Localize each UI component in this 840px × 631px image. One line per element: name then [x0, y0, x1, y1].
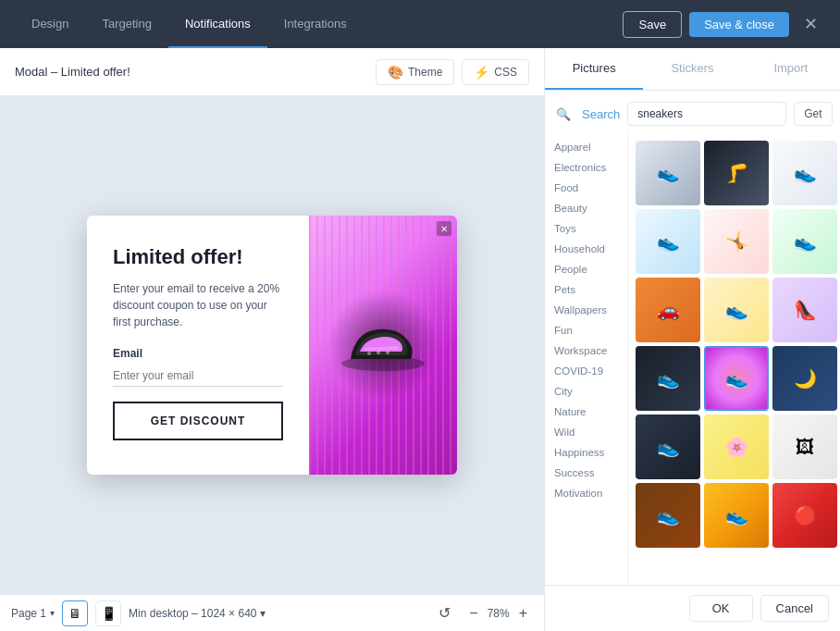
category-city[interactable]: City — [545, 381, 627, 402]
category-motivation[interactable]: Motivation — [545, 483, 627, 503]
category-happiness[interactable]: Happiness — [545, 442, 627, 463]
svg-point-1 — [367, 352, 371, 355]
tab-stickers[interactable]: Stickers — [643, 48, 741, 90]
category-electronics[interactable]: Electronics — [545, 157, 627, 178]
search-icon: 🔍 — [556, 107, 571, 121]
image-row: 👟 🦵 👟 — [636, 141, 833, 205]
resolution-chevron-icon: ▾ — [260, 607, 266, 620]
modal-close-icon[interactable]: ✕ — [437, 221, 451, 236]
mobile-device-button[interactable]: 📱 — [95, 600, 121, 626]
desktop-device-button[interactable]: 🖥 — [62, 600, 88, 626]
modal-email-label: Email — [113, 347, 283, 360]
css-button[interactable]: ⚡ CSS — [462, 59, 529, 85]
page-indicator[interactable]: Page 1 ▾ — [11, 607, 55, 620]
modal-popup: Limited offer! Enter your email to recei… — [87, 216, 457, 475]
right-panel: Pictures Stickers Import 🔍 Search Get Ap… — [544, 48, 840, 631]
zoom-out-button[interactable]: − — [463, 603, 483, 624]
image-cell[interactable]: 👟 — [772, 209, 837, 274]
category-workspace[interactable]: Workspace — [545, 340, 627, 361]
theme-icon: 🎨 — [388, 65, 403, 80]
svg-point-3 — [386, 351, 389, 354]
category-wild[interactable]: Wild — [545, 422, 627, 442]
lightning-icon: ⚡ — [474, 65, 489, 80]
page-chevron-icon: ▾ — [50, 608, 55, 618]
search-input[interactable] — [627, 102, 786, 126]
image-cell[interactable]: 👟 — [636, 141, 700, 205]
tab-pictures[interactable]: Pictures — [545, 48, 643, 90]
category-household[interactable]: Household — [545, 239, 627, 259]
image-cell[interactable]: 👠 — [772, 278, 837, 342]
category-pets[interactable]: Pets — [545, 279, 627, 300]
shoe-image — [327, 290, 439, 401]
image-cell[interactable]: 🖼 — [772, 414, 837, 479]
svg-point-2 — [377, 351, 380, 354]
modal-title: Modal – Limited offer! — [15, 65, 368, 79]
category-wallpapers[interactable]: Wallpapers — [545, 300, 627, 320]
image-row: 👟 🌸 🖼 — [636, 414, 833, 479]
image-cell[interactable]: 👟 — [636, 483, 700, 548]
cancel-button[interactable]: Cancel — [760, 595, 829, 622]
image-row: 👟 👟 🔴 — [636, 483, 833, 548]
category-people[interactable]: People — [545, 259, 627, 279]
search-label: Search — [582, 107, 620, 121]
tab-import[interactable]: Import — [742, 48, 840, 90]
tab-notifications[interactable]: Notifications — [168, 0, 267, 48]
image-cell[interactable]: 👟 — [636, 346, 700, 411]
theme-button[interactable]: 🎨 Theme — [376, 59, 454, 85]
panel-content: Apparel Electronics Food Beauty Toys Hou… — [545, 133, 840, 585]
category-apparel[interactable]: Apparel — [545, 137, 627, 157]
editor-toolbar: Modal – Limited offer! 🎨 Theme ⚡ CSS — [0, 48, 544, 96]
save-button[interactable]: Save — [623, 11, 682, 38]
zoom-value: 78% — [488, 607, 510, 620]
modal-heading: Limited offer! — [113, 245, 283, 269]
image-cell[interactable]: 👟 — [636, 414, 700, 479]
category-success[interactable]: Success — [545, 463, 627, 483]
image-row: 👟 🤸 👟 — [636, 209, 833, 274]
category-beauty[interactable]: Beauty — [545, 198, 627, 218]
save-close-button[interactable]: Save & close — [689, 12, 789, 37]
get-button[interactable]: Get — [794, 102, 832, 126]
image-cell[interactable]: 👟 — [704, 278, 769, 342]
panel-footer: OK Cancel — [545, 585, 840, 631]
image-row: 🚗 👟 👠 — [636, 278, 833, 342]
modal-email-input[interactable] — [113, 365, 283, 387]
zoom-controls: − 78% + — [463, 603, 533, 624]
rotate-button[interactable]: ↺ — [433, 602, 456, 624]
modal-description: Enter your email to receive a 20% discou… — [113, 280, 283, 330]
image-cell[interactable]: 🚗 — [636, 278, 700, 342]
top-navigation: Design Targeting Notifications Integrati… — [0, 0, 840, 48]
image-grid: 👟 🦵 👟 👟 🤸 — [628, 133, 840, 585]
image-cell-selected[interactable]: 👟 — [704, 346, 769, 411]
tab-integrations[interactable]: Integrations — [267, 0, 364, 48]
image-cell[interactable]: 👟 — [772, 141, 837, 205]
image-cell[interactable]: 👟 — [704, 483, 769, 548]
modal-left-panel: Limited offer! Enter your email to recei… — [87, 216, 309, 475]
image-cell[interactable]: 🌙 — [772, 346, 837, 411]
modal-right-panel: ✕ — [309, 216, 457, 475]
modal-cta-button[interactable]: GET DISCOUNT — [113, 402, 283, 440]
ok-button[interactable]: OK — [689, 595, 753, 622]
bottom-bar: Page 1 ▾ 🖥 📱 Min desktop – 1024 × 640 ▾ … — [0, 594, 544, 631]
category-fun[interactable]: Fun — [545, 320, 627, 340]
category-covid[interactable]: COVID-19 — [545, 361, 627, 381]
zoom-in-button[interactable]: + — [513, 603, 533, 624]
editor-area: Modal – Limited offer! 🎨 Theme ⚡ CSS Lim… — [0, 48, 544, 631]
category-toys[interactable]: Toys — [545, 218, 627, 239]
panel-tabs: Pictures Stickers Import — [545, 48, 840, 91]
image-cell[interactable]: 🦵 — [704, 141, 769, 205]
image-cell[interactable]: 🤸 — [704, 209, 769, 274]
image-cell[interactable]: 👟 — [636, 209, 700, 274]
tab-targeting[interactable]: Targeting — [85, 0, 167, 48]
main-layout: Modal – Limited offer! 🎨 Theme ⚡ CSS Lim… — [0, 48, 840, 631]
image-cell[interactable]: 🔴 — [772, 483, 837, 548]
page-label: Page 1 — [11, 607, 46, 620]
category-nature[interactable]: Nature — [545, 402, 627, 422]
search-area: 🔍 Search Get — [545, 91, 840, 133]
close-button[interactable]: ✕ — [797, 10, 825, 38]
resolution-display: Min desktop – 1024 × 640 ▾ — [129, 607, 266, 620]
category-list: Apparel Electronics Food Beauty Toys Hou… — [545, 133, 628, 585]
image-row: 👟 👟 🌙 — [636, 346, 833, 411]
tab-design[interactable]: Design — [15, 0, 85, 48]
image-cell[interactable]: 🌸 — [704, 414, 769, 479]
category-food[interactable]: Food — [545, 178, 627, 198]
